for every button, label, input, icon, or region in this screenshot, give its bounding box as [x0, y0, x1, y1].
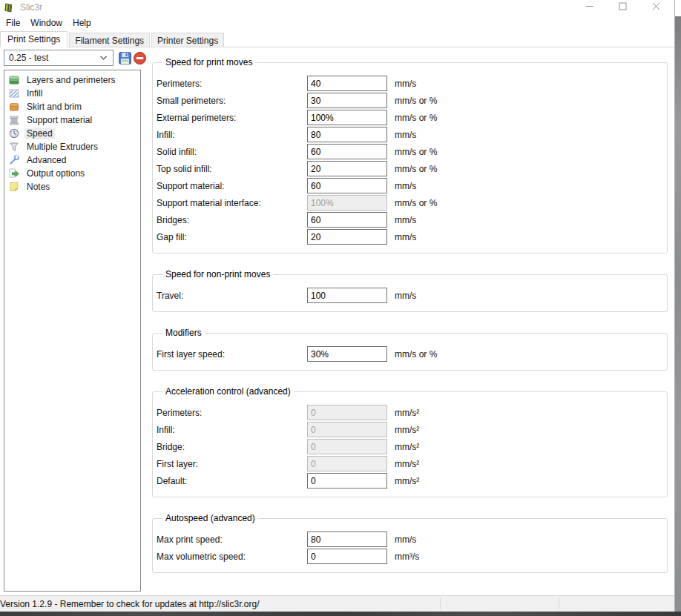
option-row-travel: Travel:mm/s — [157, 287, 661, 304]
option-unit: mm³/s — [395, 552, 419, 562]
input-first-layer-speed[interactable] — [307, 346, 387, 362]
option-row-max-print-speed: Max print speed:mm/s — [157, 531, 661, 548]
section-title: Speed for non-print moves — [162, 269, 273, 279]
section-acceleration-control-advanced: Acceleration control (advanced)Perimeter… — [152, 386, 668, 497]
option-unit: mm/s — [395, 130, 416, 140]
option-label: Infill: — [157, 130, 307, 140]
window-controls — [573, 0, 673, 12]
tab-print-settings[interactable]: Print Settings — [0, 31, 68, 47]
sidebar-item-label: Layers and perimeters — [24, 75, 117, 86]
sidebar-item-advanced[interactable]: Advanced — [4, 153, 140, 167]
tab-filament-settings[interactable]: Filament Settings — [69, 33, 150, 47]
option-label: Max print speed: — [157, 534, 307, 545]
option-unit: mm/s² — [395, 408, 419, 418]
option-unit: mm/s — [395, 79, 416, 89]
sidebar-item-label: Skirt and brim — [24, 102, 84, 113]
option-unit: mm/s — [395, 232, 416, 242]
option-label: Small perimeters: — [157, 96, 307, 106]
sidebar-item-multiple-extruders[interactable]: Multiple Extruders — [4, 140, 140, 153]
input-gap-fill[interactable] — [307, 229, 387, 245]
speed-clock-icon — [8, 127, 20, 139]
option-row-solid-infill: Solid infill:mm/s or % — [157, 143, 661, 160]
option-row-perimeters: Perimeters:mm/s² — [157, 404, 661, 421]
menu-window[interactable]: Window — [25, 16, 68, 30]
save-preset-icon[interactable] — [118, 51, 132, 65]
input-support-material-interface — [307, 195, 387, 211]
option-label: Gap fill: — [157, 232, 307, 242]
option-unit: mm/s² — [395, 459, 419, 469]
status-text: Version 1.2.9 - Remember to check for up… — [0, 599, 260, 609]
option-unit: mm/s or % — [395, 164, 437, 174]
input-perimeters — [307, 405, 387, 420]
section-speed-for-non-print-moves: Speed for non-print movesTravel:mm/s — [152, 269, 668, 312]
sidebar-item-support-material[interactable]: Support material — [4, 113, 140, 127]
option-row-infill: Infill:mm/s² — [157, 421, 661, 438]
section-modifiers: ModifiersFirst layer speed:mm/s or % — [152, 328, 668, 371]
close-button[interactable] — [639, 0, 673, 12]
notes-icon — [8, 181, 20, 193]
option-row-default: Default:mm/s² — [157, 472, 661, 489]
input-default[interactable] — [307, 473, 387, 489]
option-unit: mm/s — [395, 534, 416, 545]
delete-preset-icon[interactable] — [133, 51, 147, 65]
status-bar: Version 1.2.9 - Remember to check for up… — [0, 595, 674, 612]
input-bridges[interactable] — [307, 212, 387, 228]
option-unit: mm/s or % — [395, 96, 437, 106]
option-unit: mm/s² — [395, 425, 419, 435]
sidebar-item-label: Multiple Extruders — [24, 142, 100, 153]
input-max-print-speed[interactable] — [307, 531, 387, 547]
section-speed-for-print-moves: Speed for print movesPerimeters:mm/sSmal… — [152, 57, 668, 254]
sidebar-item-infill[interactable]: Infill — [4, 87, 140, 100]
sidebar-item-label: Notes — [24, 182, 52, 193]
layers-icon — [8, 74, 20, 86]
sidebar-item-skirt-and-brim[interactable]: Skirt and brim — [4, 100, 140, 113]
option-unit: mm/s — [395, 181, 416, 191]
input-solid-infill[interactable] — [307, 144, 387, 159]
input-bridge — [307, 439, 387, 454]
sidebar-item-label: Infill — [24, 88, 45, 99]
input-first-layer — [307, 456, 387, 471]
preset-value: 0.25 - test — [9, 53, 99, 63]
maximize-button[interactable] — [606, 0, 639, 12]
input-support-material[interactable] — [307, 178, 387, 193]
tab-bar: Print SettingsFilament SettingsPrinter S… — [0, 31, 674, 47]
input-top-solid-infill[interactable] — [307, 161, 387, 176]
menu-help[interactable]: Help — [68, 16, 96, 30]
sidebar-item-label: Advanced — [24, 155, 68, 166]
option-row-first-layer: First layer:mm/s² — [157, 455, 661, 472]
wrench-icon — [8, 154, 20, 166]
window-title: Slic3r — [20, 2, 42, 13]
settings-list: Layers and perimetersInfillSkirt and bri… — [4, 70, 141, 592]
menu-file[interactable]: File — [1, 16, 25, 30]
infill-icon — [8, 87, 20, 99]
tab-printer-settings[interactable]: Printer Settings — [151, 33, 224, 47]
input-infill[interactable] — [307, 127, 387, 142]
input-travel[interactable] — [307, 288, 387, 303]
input-external-perimeters[interactable] — [307, 110, 387, 125]
option-label: First layer speed: — [157, 349, 307, 360]
minimize-button[interactable] — [573, 0, 606, 12]
option-row-bridges: Bridges:mm/s — [157, 211, 661, 228]
status-separator — [440, 598, 441, 609]
slic3r-app-icon — [3, 2, 14, 13]
option-label: First layer: — [157, 459, 307, 469]
option-unit: mm/s or % — [395, 113, 437, 123]
sidebar-item-output-options[interactable]: Output options — [4, 167, 140, 180]
option-unit: mm/s — [395, 291, 416, 301]
input-perimeters[interactable] — [307, 76, 387, 91]
option-label: Travel: — [157, 291, 307, 301]
sidebar-item-notes[interactable]: Notes — [4, 180, 140, 193]
option-label: Perimeters: — [157, 79, 307, 89]
preset-row: 0.25 - test — [4, 50, 147, 66]
preset-dropdown[interactable]: 0.25 - test — [4, 50, 114, 66]
option-label: Max volumetric speed: — [157, 552, 307, 562]
title-bar: Slic3r — [0, 0, 674, 15]
sidebar-item-speed[interactable]: Speed — [4, 127, 140, 140]
output-arrow-icon — [8, 168, 20, 179]
input-max-volumetric-speed[interactable] — [307, 549, 387, 564]
option-row-external-perimeters: External perimeters:mm/s or % — [157, 109, 661, 126]
input-small-perimeters[interactable] — [307, 93, 387, 108]
option-unit: mm/s² — [395, 476, 419, 486]
sidebar-item-layers-and-perimeters[interactable]: Layers and perimeters — [4, 73, 140, 87]
option-row-gap-fill: Gap fill:mm/s — [157, 228, 661, 245]
